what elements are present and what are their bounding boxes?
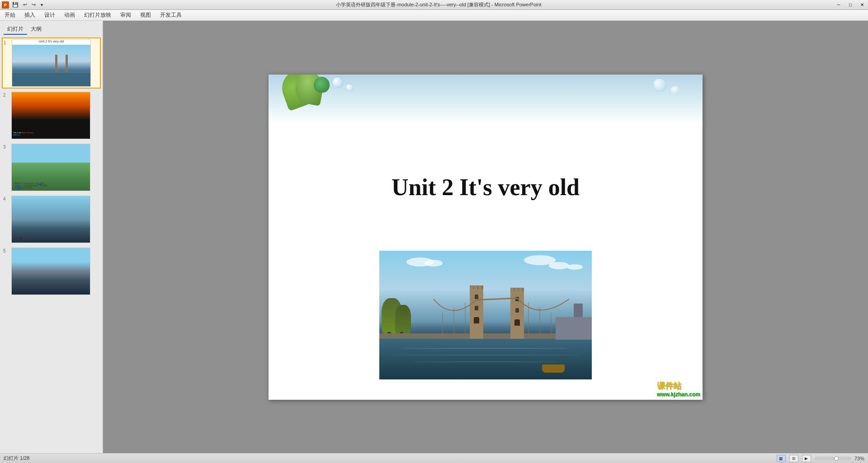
panel-tab-outline[interactable]: 大纲: [27, 24, 45, 35]
svg-line-0: [476, 298, 517, 300]
slide-thumb-2[interactable]: 2 This is the River Thames. 泰晤士河: [2, 90, 101, 140]
slide-num-4: 4: [3, 196, 9, 243]
titlebar-left: P 💾 ↩ ↪ ▼: [0, 1, 45, 9]
slide-count: 幻灯片 1/28: [4, 455, 29, 462]
right-bank-building: [556, 317, 592, 340]
main-area: 幻灯片 大纲 1 Unit 2 It's very old 2: [0, 21, 868, 453]
frog-decoration: [314, 77, 330, 93]
slide-num-3: 3: [3, 144, 9, 191]
maximize-button[interactable]: □: [844, 0, 856, 9]
view-slidesorter[interactable]: ⊞: [789, 455, 798, 462]
menubar: 开始 插入 设计 动画 幻灯片放映 审阅 视图 开发工具: [0, 10, 868, 21]
bubble-decoration-4: [671, 86, 680, 95]
menu-start[interactable]: 开始: [0, 10, 20, 20]
cloud-5: [567, 264, 583, 270]
menu-review[interactable]: 审阅: [116, 10, 136, 20]
slide-thumb-4[interactable]: 4 It's long and wide. 长的 宽的: [2, 194, 101, 244]
statusbar-left: 幻灯片 1/28: [4, 455, 29, 462]
bridge-scene: [379, 251, 592, 379]
zoom-slider[interactable]: [815, 457, 851, 460]
thumb-img-3: • 泰晤士河（Thames River）是全英第二 • 大的淡水，也是最重要的水…: [11, 144, 90, 191]
right-crane: [574, 304, 583, 317]
bubble-decoration-3: [653, 78, 666, 92]
watermark-line1: 课件站: [657, 380, 700, 391]
slide-area: Unit 2 It's very old: [103, 21, 868, 453]
menu-design[interactable]: 设计: [40, 10, 60, 20]
watermark: 课件站 www.kjzhan.com: [657, 380, 700, 398]
menu-view[interactable]: 视图: [136, 10, 156, 20]
slide-thumb-3[interactable]: 3 • 泰晤士河（Thames River）是全英第二 • 大的淡水，也是最重要…: [2, 142, 101, 192]
statusbar: 幻灯片 1/28 ▦ ⊞ ▶ 73%: [0, 453, 868, 463]
thumb-img-2: This is the River Thames. 泰晤士河: [11, 92, 90, 139]
menu-animation[interactable]: 动画: [60, 10, 80, 20]
cloud-4: [549, 262, 569, 269]
quick-redo[interactable]: ↪: [30, 2, 37, 8]
slide-panel: 幻灯片 大纲 1 Unit 2 It's very old 2: [0, 21, 103, 453]
menu-insert[interactable]: 插入: [20, 10, 40, 20]
quick-dropdown[interactable]: ▼: [39, 3, 45, 7]
bubble-decoration-2: [345, 84, 354, 92]
slide-thumb-5[interactable]: 5: [2, 246, 101, 296]
quick-undo[interactable]: ↩: [22, 2, 28, 8]
minimize-button[interactable]: ─: [833, 0, 844, 9]
zoom-thumb: [834, 456, 839, 461]
slide-main-title: Unit 2 It's very old: [269, 174, 703, 201]
watermark-line2: www.kjzhan.com: [657, 391, 700, 398]
titlebar-title: 小学英语外研版四年级下册-module-2-unit-2-It's----ver…: [45, 1, 833, 8]
titlebar-controls: ─ □ ✕: [833, 0, 868, 9]
quick-save[interactable]: 💾: [11, 2, 20, 8]
menu-slideshow[interactable]: 幻灯片放映: [80, 10, 116, 20]
slide4-thumb-caption: It's long and wide. 长的 宽的: [13, 237, 27, 241]
slide-top-decoration: [269, 75, 703, 124]
thumb-img-4: It's long and wide. 长的 宽的: [11, 196, 90, 243]
water: [379, 339, 592, 379]
thumb-img-5: [11, 248, 90, 295]
slide-num-1: 1: [4, 39, 10, 87]
slide-thumb-1[interactable]: 1 Unit 2 It's very old: [2, 37, 101, 89]
panel-header: 幻灯片 大纲: [2, 24, 101, 35]
panel-tab-slides[interactable]: 幻灯片: [4, 24, 27, 35]
bridge-image: [379, 251, 592, 379]
close-button[interactable]: ✕: [856, 0, 868, 9]
menu-developer[interactable]: 开发工具: [156, 10, 186, 20]
zoom-level: 73%: [854, 456, 864, 461]
slide2-thumb-text: This is the River Thames. 泰晤士河: [13, 131, 33, 136]
bubble-decoration-1: [332, 77, 343, 88]
cloud-2: [425, 260, 443, 267]
thumb-img-1: Unit 2 It's very old: [12, 39, 91, 87]
titlebar: P 💾 ↩ ↪ ▼ 小学英语外研版四年级下册-module-2-unit-2-I…: [0, 0, 868, 10]
slide-canvas: Unit 2 It's very old: [269, 75, 703, 400]
slide-num-5: 5: [3, 248, 9, 295]
statusbar-right: ▦ ⊞ ▶ 73%: [777, 455, 864, 462]
view-normal[interactable]: ▦: [777, 455, 786, 462]
slide-num-2: 2: [3, 92, 9, 139]
app-icon: P: [2, 1, 9, 9]
view-slideshow[interactable]: ▶: [802, 455, 811, 462]
